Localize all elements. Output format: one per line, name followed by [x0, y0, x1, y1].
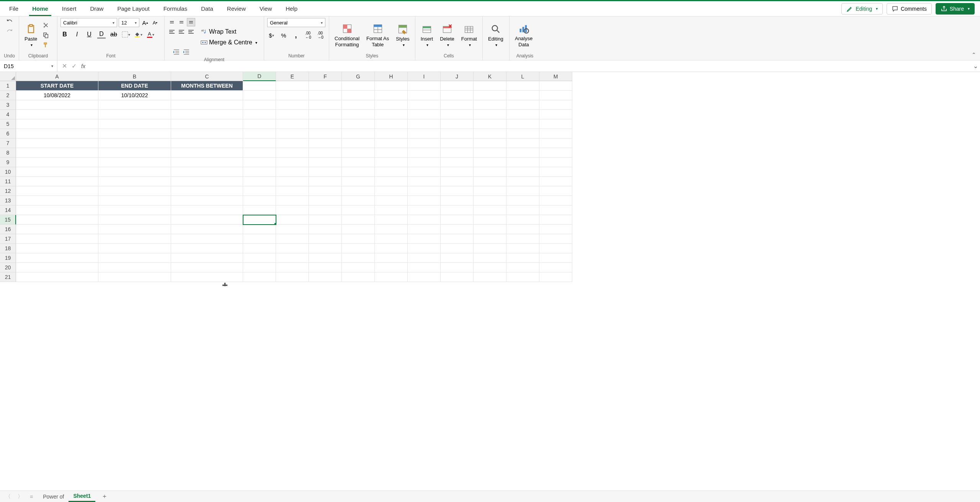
- cell-J9[interactable]: [441, 158, 474, 167]
- cell-A5[interactable]: [16, 119, 98, 129]
- increase-font-button[interactable]: A▴: [141, 18, 149, 27]
- cell-F13[interactable]: [309, 196, 342, 205]
- cell-K18[interactable]: [474, 244, 506, 253]
- row-header-9[interactable]: 9: [0, 158, 16, 167]
- cell-F15[interactable]: [309, 215, 342, 225]
- cell-K11[interactable]: [474, 177, 506, 186]
- cell-H5[interactable]: [375, 119, 408, 129]
- cell-C16[interactable]: [171, 225, 243, 234]
- column-header-B[interactable]: B: [98, 72, 171, 81]
- cell-L10[interactable]: [506, 167, 539, 177]
- cell-C4[interactable]: [171, 110, 243, 119]
- cell-H4[interactable]: [375, 110, 408, 119]
- cell-F16[interactable]: [309, 225, 342, 234]
- cell-K1[interactable]: [474, 81, 506, 91]
- cell-E21[interactable]: [276, 272, 309, 282]
- cell-M3[interactable]: [539, 100, 572, 110]
- delete-cells-button[interactable]: Delete ▾: [438, 21, 457, 49]
- cell-I14[interactable]: [408, 205, 441, 215]
- cell-G10[interactable]: [342, 167, 375, 177]
- column-header-F[interactable]: F: [309, 72, 342, 81]
- cell-F9[interactable]: [309, 158, 342, 167]
- tab-formulas[interactable]: Formulas: [157, 1, 194, 16]
- collapse-ribbon-button[interactable]: ⌃: [972, 52, 976, 58]
- cell-D21[interactable]: [243, 272, 276, 282]
- cut-button[interactable]: [42, 21, 50, 29]
- cell-K2[interactable]: [474, 91, 506, 100]
- cell-A8[interactable]: [16, 148, 98, 158]
- cell-F17[interactable]: [309, 234, 342, 244]
- cell-E5[interactable]: [276, 119, 309, 129]
- cell-E16[interactable]: [276, 225, 309, 234]
- cell-J4[interactable]: [441, 110, 474, 119]
- row-header-12[interactable]: 12: [0, 186, 16, 196]
- decrease-indent-button[interactable]: [172, 48, 181, 56]
- cell-B12[interactable]: [98, 186, 171, 196]
- cell-C5[interactable]: [171, 119, 243, 129]
- align-mid-right[interactable]: [187, 28, 195, 36]
- cell-H14[interactable]: [375, 205, 408, 215]
- cell-A15[interactable]: [16, 215, 98, 225]
- cancel-formula-button[interactable]: ✕: [62, 62, 67, 70]
- cell-F1[interactable]: [309, 81, 342, 91]
- cell-G12[interactable]: [342, 186, 375, 196]
- cell-I11[interactable]: [408, 177, 441, 186]
- expand-formula-bar-button[interactable]: ⌄: [971, 62, 980, 70]
- cell-D6[interactable]: [243, 129, 276, 139]
- cell-D18[interactable]: [243, 244, 276, 253]
- cell-J8[interactable]: [441, 148, 474, 158]
- cell-J16[interactable]: [441, 225, 474, 234]
- cell-M12[interactable]: [539, 186, 572, 196]
- row-header-14[interactable]: 14: [0, 205, 16, 215]
- cell-I17[interactable]: [408, 234, 441, 244]
- column-header-H[interactable]: H: [375, 72, 408, 81]
- fx-icon[interactable]: fx: [81, 63, 85, 69]
- cell-C6[interactable]: [171, 129, 243, 139]
- cell-M11[interactable]: [539, 177, 572, 186]
- cell-B3[interactable]: [98, 100, 171, 110]
- cell-A7[interactable]: [16, 139, 98, 148]
- cell-I12[interactable]: [408, 186, 441, 196]
- cell-B20[interactable]: [98, 263, 171, 272]
- cell-A1[interactable]: START DATE: [16, 81, 98, 91]
- share-button[interactable]: Share ▾: [936, 3, 975, 15]
- cell-M10[interactable]: [539, 167, 572, 177]
- cell-J3[interactable]: [441, 100, 474, 110]
- cell-E12[interactable]: [276, 186, 309, 196]
- cell-K13[interactable]: [474, 196, 506, 205]
- cell-C18[interactable]: [171, 244, 243, 253]
- cell-F10[interactable]: [309, 167, 342, 177]
- cell-M2[interactable]: [539, 91, 572, 100]
- cell-G21[interactable]: [342, 272, 375, 282]
- cell-E10[interactable]: [276, 167, 309, 177]
- column-header-M[interactable]: M: [539, 72, 572, 81]
- cell-A10[interactable]: [16, 167, 98, 177]
- column-header-L[interactable]: L: [506, 72, 539, 81]
- cell-L9[interactable]: [506, 158, 539, 167]
- cell-G5[interactable]: [342, 119, 375, 129]
- cell-D8[interactable]: [243, 148, 276, 158]
- cell-L6[interactable]: [506, 129, 539, 139]
- cell-L17[interactable]: [506, 234, 539, 244]
- tab-page-layout[interactable]: Page Layout: [110, 1, 156, 16]
- cell-E6[interactable]: [276, 129, 309, 139]
- cell-G1[interactable]: [342, 81, 375, 91]
- cell-M16[interactable]: [539, 225, 572, 234]
- cell-J14[interactable]: [441, 205, 474, 215]
- cell-M7[interactable]: [539, 139, 572, 148]
- cell-A14[interactable]: [16, 205, 98, 215]
- cell-I8[interactable]: [408, 148, 441, 158]
- cell-L5[interactable]: [506, 119, 539, 129]
- cell-F12[interactable]: [309, 186, 342, 196]
- cell-K19[interactable]: [474, 253, 506, 263]
- cell-G14[interactable]: [342, 205, 375, 215]
- align-top-right[interactable]: [187, 18, 195, 26]
- cell-M17[interactable]: [539, 234, 572, 244]
- row-header-20[interactable]: 20: [0, 263, 16, 272]
- column-header-C[interactable]: C: [171, 72, 243, 81]
- cell-B11[interactable]: [98, 177, 171, 186]
- cell-D17[interactable]: [243, 234, 276, 244]
- cell-A18[interactable]: [16, 244, 98, 253]
- cell-E8[interactable]: [276, 148, 309, 158]
- cell-K3[interactable]: [474, 100, 506, 110]
